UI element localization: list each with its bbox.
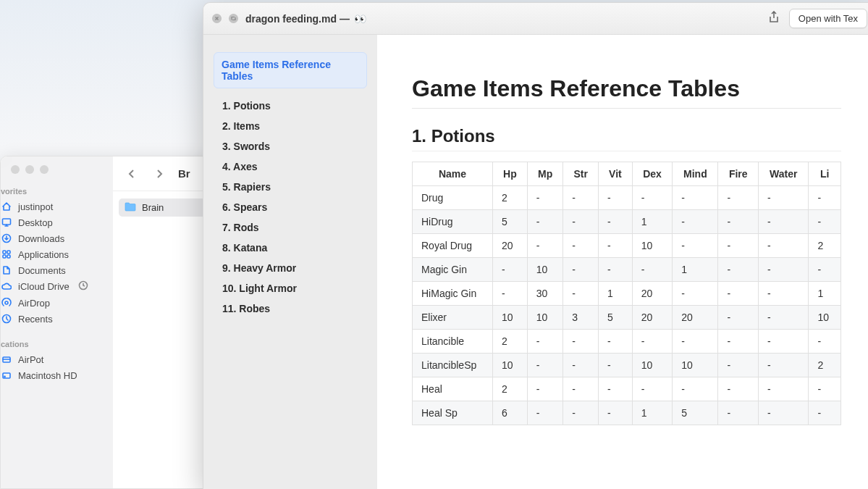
sidebar-section-locations: cations <box>1 337 113 351</box>
window-title-emoji: 👀 <box>354 13 366 25</box>
row-name: Litancible <box>413 330 493 354</box>
cell: - <box>759 401 809 425</box>
nav-back-button[interactable] <box>123 165 140 183</box>
table-row: LitancibleSp10---1010--2 <box>413 354 841 377</box>
toc-item[interactable]: 11. Robes <box>214 298 367 319</box>
cell: - <box>673 377 718 401</box>
cell: 1 <box>673 258 718 282</box>
sidebar-item-icloud-drive[interactable]: iCloud Drive <box>1 278 113 295</box>
sidebar-item-justinpot[interactable]: justinpot <box>1 198 113 214</box>
hd-icon <box>1 369 12 381</box>
svg-rect-5 <box>7 255 10 258</box>
nav-forward-button[interactable] <box>151 165 168 183</box>
apps-icon <box>1 248 12 260</box>
cell: - <box>563 401 599 425</box>
cell: - <box>563 330 599 354</box>
open-with-button[interactable]: Open with Tex <box>789 9 867 28</box>
cell: 20 <box>492 234 527 258</box>
cell: 1 <box>632 401 673 425</box>
table-of-contents: Game Items Reference Tables 1. Potions2.… <box>203 35 377 489</box>
cell: - <box>718 330 759 354</box>
column-header: Fire <box>718 162 759 186</box>
svg-point-11 <box>4 376 5 377</box>
toc-item[interactable]: 9. Heavy Armor <box>214 258 367 278</box>
cell: - <box>563 282 599 306</box>
expand-button[interactable] <box>229 14 238 23</box>
toc-item[interactable]: 2. Items <box>214 116 367 136</box>
column-header: Str <box>563 162 599 186</box>
cell: - <box>563 377 599 401</box>
toc-item[interactable]: 10. Light Armor <box>214 278 367 298</box>
sidebar-item-recents[interactable]: Recents <box>1 311 113 327</box>
cell: - <box>718 258 759 282</box>
documents-icon <box>1 264 12 276</box>
sidebar-item-label: AirPot <box>18 354 43 365</box>
sidebar-item-label: Desktop <box>18 217 53 228</box>
sidebar-item-downloads[interactable]: Downloads <box>1 230 113 246</box>
cell: 20 <box>632 282 673 306</box>
cell: 2 <box>492 377 527 401</box>
traffic-light-close[interactable] <box>11 165 20 174</box>
cell: - <box>759 354 809 377</box>
cell: 10 <box>527 306 563 330</box>
cell: - <box>759 377 809 401</box>
cell: - <box>809 210 841 234</box>
share-button[interactable] <box>767 11 780 27</box>
svg-rect-0 <box>3 219 11 225</box>
cell: - <box>759 282 809 306</box>
sidebar-item-label: Recents <box>18 314 53 325</box>
cell: - <box>809 186 841 210</box>
sidebar-section-favorites: vorites <box>1 184 113 198</box>
cell: - <box>599 258 633 282</box>
cell: - <box>718 234 759 258</box>
table-row: Elixer1010352020--10 <box>413 306 841 330</box>
cell: - <box>809 330 841 354</box>
toc-heading[interactable]: Game Items Reference Tables <box>214 52 367 88</box>
column-header: Name <box>413 162 493 186</box>
toc-item[interactable]: 4. Axes <box>214 156 367 177</box>
cell: 3 <box>563 306 599 330</box>
finder-breadcrumb: Br <box>178 167 190 180</box>
sidebar-item-label: Downloads <box>18 233 64 244</box>
toc-item[interactable]: 6. Spears <box>214 197 367 217</box>
cell: - <box>718 401 759 425</box>
cell: - <box>673 186 718 210</box>
cell: - <box>759 330 809 354</box>
svg-rect-4 <box>3 255 6 258</box>
sidebar-item-airdrop[interactable]: AirDrop <box>1 295 113 311</box>
cell: - <box>809 401 841 425</box>
cell: - <box>527 210 563 234</box>
sidebar-item-documents[interactable]: Documents <box>1 262 113 278</box>
toc-item[interactable]: 3. Swords <box>214 136 367 156</box>
table-row: Litancible2-------- <box>413 330 841 354</box>
traffic-light-zoom[interactable] <box>40 165 49 174</box>
sidebar-item-macintosh-hd[interactable]: Macintosh HD <box>1 367 113 383</box>
column-header: Mp <box>527 162 563 186</box>
column-header: Li <box>809 162 841 186</box>
cell: 1 <box>599 282 633 306</box>
folder-icon <box>125 201 136 214</box>
cell: - <box>718 186 759 210</box>
cell: - <box>527 234 563 258</box>
toc-item[interactable]: 7. Rods <box>214 217 367 238</box>
cell: - <box>599 234 633 258</box>
sidebar-item-airpot[interactable]: AirPot <box>1 351 113 367</box>
row-name: HiDrug <box>413 210 493 234</box>
cell: 10 <box>492 306 527 330</box>
cell: - <box>492 282 527 306</box>
table-row: HiMagic Gin-30-120---1 <box>413 282 841 306</box>
cell: 5 <box>673 401 718 425</box>
close-button[interactable] <box>212 14 222 23</box>
toc-item[interactable]: 5. Rapiers <box>214 177 367 197</box>
document-content[interactable]: Game Items Reference Tables 1. Potions N… <box>377 35 868 489</box>
sidebar-item-applications[interactable]: Applications <box>1 246 113 262</box>
toc-item[interactable]: 1. Potions <box>214 96 367 116</box>
toc-item[interactable]: 8. Katana <box>214 238 367 258</box>
cell: - <box>527 377 563 401</box>
traffic-light-minimize[interactable] <box>25 165 34 174</box>
sync-progress-icon <box>78 280 88 293</box>
cell: - <box>673 282 718 306</box>
sidebar-item-desktop[interactable]: Desktop <box>1 214 113 230</box>
cell: - <box>759 258 809 282</box>
cell: 10 <box>492 354 527 377</box>
